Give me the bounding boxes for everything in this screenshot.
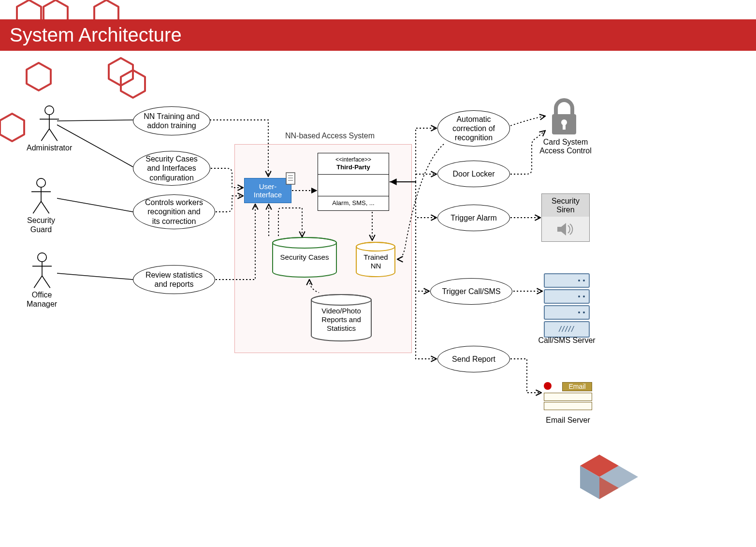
datastore-security-cases-label: Security Cases: [271, 253, 338, 262]
component-third-party: <<interface>> Third-Party Alarm, SMS, ..…: [318, 153, 389, 211]
usecase-send-report: Send Report: [437, 346, 510, 372]
svg-point-14: [37, 253, 46, 262]
speaker-icon: [556, 222, 575, 237]
actor-administrator: Administrator: [27, 105, 72, 152]
datastore-reports: Video/Photo Reports and Statistics: [309, 294, 373, 342]
system-boundary-label: NN-based Access System: [285, 132, 375, 140]
svg-line-17: [34, 276, 42, 288]
datastore-security-cases: Security Cases: [271, 237, 338, 278]
datastore-reports-label: Video/Photo Reports and Statistics: [309, 307, 373, 333]
usecase-nn-training: NN Training and addon training: [133, 106, 210, 135]
svg-line-8: [49, 129, 58, 141]
third-party-name: Third-Party: [320, 163, 387, 171]
usecase-auto-correction: Automatic correction of recognition: [437, 110, 510, 147]
svg-line-7: [41, 129, 49, 141]
card-system-label: Card System Access Control: [529, 138, 602, 155]
server-icon: /////: [544, 273, 590, 338]
actor-guard-label: Security Guard: [27, 216, 56, 234]
datastore-trained-nn-label: Trained NN: [355, 253, 396, 270]
actor-admin-label: Administrator: [27, 143, 72, 152]
actor-manager-label: Office Manager: [27, 290, 57, 309]
datastore-trained-nn: Trained NN: [355, 242, 396, 278]
security-siren-label: Security Siren: [542, 194, 589, 217]
svg-point-9: [37, 178, 45, 187]
svg-line-18: [42, 276, 50, 288]
usecase-trigger-alarm: Trigger Alarm: [437, 205, 510, 231]
svg-point-4: [45, 106, 54, 115]
third-party-ops: Alarm, SMS, ...: [318, 196, 389, 210]
component-user-interface: User- Interface: [244, 178, 291, 203]
email-badge-text: Email: [562, 382, 592, 391]
server-base-slashes: /////: [544, 321, 590, 338]
actor-security-guard: Security Guard: [27, 178, 56, 234]
email-icon: Email: [544, 382, 592, 410]
svg-line-13: [41, 201, 49, 213]
svg-line-12: [33, 201, 41, 213]
actor-office-manager: Office Manager: [27, 252, 57, 309]
usecase-controls-workers: Controls workers recognition and its cor…: [133, 194, 215, 229]
usecase-review-stats: Review statistics and reports: [133, 265, 215, 294]
usecase-door-locker: Door Locker: [437, 161, 510, 187]
usecase-trigger-call-sms: Trigger Call/SMS: [430, 278, 512, 305]
document-icon: [285, 172, 297, 185]
usecase-security-config: Security Cases and Interfaces configurat…: [133, 151, 210, 186]
page-title: System Architecture: [0, 19, 756, 51]
email-server-label: Email Server: [537, 416, 599, 425]
third-party-stereotype: <<interface>>: [320, 156, 387, 163]
page-title-text: System Architecture: [10, 24, 182, 46]
call-sms-server-label: Call/SMS Server: [532, 336, 602, 345]
security-siren: Security Siren: [541, 193, 590, 242]
svg-marker-32: [557, 223, 566, 236]
svg-rect-31: [563, 124, 566, 130]
svg-rect-19: [286, 173, 295, 184]
lock-icon: [546, 96, 582, 137]
